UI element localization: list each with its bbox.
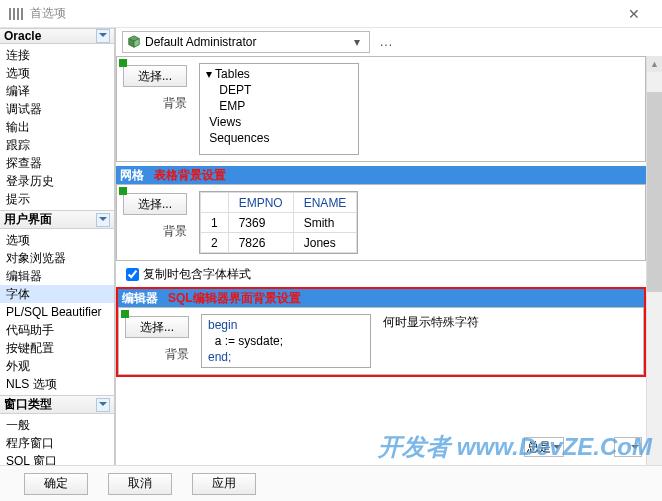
nav-item[interactable]: 选项 <box>0 231 114 249</box>
nav-item[interactable]: PL/SQL Beautifier <box>0 303 114 321</box>
nav-item[interactable]: 提示 <box>0 190 114 208</box>
svg-rect-0 <box>9 8 11 20</box>
copy-style-label: 复制时包含字体样式 <box>143 266 251 283</box>
background-label: 背景 <box>123 219 187 240</box>
close-button[interactable]: ✕ <box>614 6 654 22</box>
window-title: 首选项 <box>30 5 66 22</box>
profile-dropdown[interactable]: Default Administrator ▾ <box>122 31 370 53</box>
category-header-windows[interactable]: 窗口类型 <box>0 395 114 414</box>
nav-item[interactable]: 连接 <box>0 46 114 64</box>
section-title: 编辑器 <box>122 289 158 307</box>
preview-grid: EMPNO ENAME 1 7369 Smith 2 7826 <box>199 191 358 254</box>
nav-item[interactable]: 编译 <box>0 82 114 100</box>
status-indicator <box>119 187 127 195</box>
status-indicator <box>119 59 127 67</box>
nav-item[interactable]: 按键配置 <box>0 339 114 357</box>
preview-tree: ▾ Tables DEPT EMP Views Sequences <box>199 63 359 155</box>
nav-item[interactable]: 登录历史 <box>0 172 114 190</box>
nav-item-fonts[interactable]: 字体 <box>0 285 114 303</box>
special-chars-label: 何时显示特殊字符 <box>383 314 479 331</box>
nav-item[interactable]: 代码助手 <box>0 321 114 339</box>
section-title: 网格 <box>120 166 144 184</box>
annotation-badge: SQL编辑器界面背景设置 <box>168 289 301 307</box>
category-header-ui[interactable]: 用户界面 <box>0 210 114 229</box>
copy-style-checkbox[interactable] <box>126 268 139 281</box>
svg-rect-3 <box>21 8 23 20</box>
chevron-down-icon[interactable] <box>96 398 110 412</box>
section-browser: 选择... 背景 ▾ Tables DEPT EMP Views Sequenc… <box>116 56 646 162</box>
profile-label: Default Administrator <box>145 35 256 49</box>
vertical-scrollbar[interactable]: ▲ <box>646 56 662 465</box>
preview-editor: begin a := sysdate; end; <box>201 314 371 368</box>
status-indicator <box>121 310 129 318</box>
annotation-badge: 表格背景设置 <box>154 166 226 184</box>
dialog-buttons: 确定 取消 应用 <box>0 465 662 501</box>
nav-item[interactable]: 编辑器 <box>0 267 114 285</box>
choose-font-button[interactable]: 选择... <box>123 65 187 87</box>
cube-icon <box>127 35 141 49</box>
nav-item[interactable]: 探查器 <box>0 154 114 172</box>
scroll-thumb[interactable] <box>647 92 662 292</box>
nav-item[interactable]: 选项 <box>0 64 114 82</box>
background-label: 背景 <box>125 342 189 363</box>
nav-item[interactable]: 程序窗口 <box>0 434 114 452</box>
background-label: 背景 <box>123 91 187 112</box>
content-pane: Default Administrator ▾ ... 选择... 背景 ▾ T… <box>115 28 662 465</box>
nav-item[interactable]: 跟踪 <box>0 136 114 154</box>
nav-item[interactable]: NLS 选项 <box>0 375 114 393</box>
svg-rect-1 <box>13 8 15 20</box>
section-grid: 网格 表格背景设置 选择... 背景 EMPNO EN <box>116 166 646 261</box>
choose-font-button[interactable]: 选择... <box>123 193 187 215</box>
chevron-down-icon[interactable] <box>96 213 110 227</box>
overlay-dropdown[interactable]: 总是 <box>524 437 564 457</box>
apply-button[interactable]: 应用 <box>192 473 256 495</box>
chevron-down-icon: ▾ <box>349 35 365 49</box>
nav-item[interactable]: SQL 窗口 <box>0 452 114 465</box>
chevron-down-icon[interactable] <box>96 29 110 43</box>
ok-button[interactable]: 确定 <box>24 473 88 495</box>
category-sidebar: Oracle 连接 选项 编译 调试器 输出 跟踪 探查器 登录历史 提示 用户… <box>0 28 115 465</box>
nav-item[interactable]: 对象浏览器 <box>0 249 114 267</box>
choose-font-button[interactable]: 选择... <box>125 316 189 338</box>
more-button[interactable]: ... <box>376 35 397 49</box>
nav-item[interactable]: 输出 <box>0 118 114 136</box>
category-header-oracle[interactable]: Oracle <box>0 28 114 44</box>
nav-item[interactable]: 外观 <box>0 357 114 375</box>
table-row: 2 7826 Jones <box>201 233 357 253</box>
table-row: 1 7369 Smith <box>201 213 357 233</box>
overlay-dropdown[interactable] <box>614 437 642 457</box>
app-icon <box>8 6 24 22</box>
copy-style-row: 复制时包含字体样式 <box>126 265 646 283</box>
title-bar: 首选项 ✕ <box>0 0 662 28</box>
section-editor: 编辑器 SQL编辑器界面背景设置 选择... 背景 begin a := sys… <box>116 287 646 377</box>
cancel-button[interactable]: 取消 <box>108 473 172 495</box>
nav-item[interactable]: 一般 <box>0 416 114 434</box>
scroll-up-icon[interactable]: ▲ <box>647 56 662 72</box>
svg-rect-2 <box>17 8 19 20</box>
nav-item[interactable]: 调试器 <box>0 100 114 118</box>
